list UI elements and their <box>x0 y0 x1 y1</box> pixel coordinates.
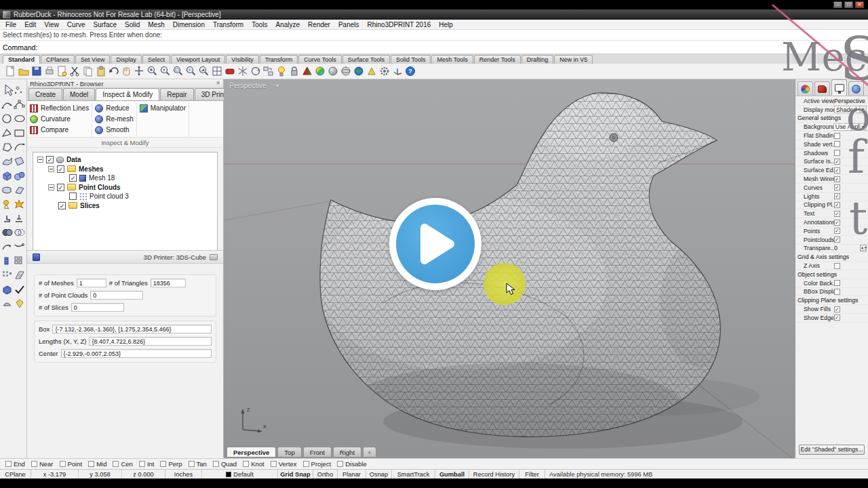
setting-checkbox[interactable]: ✓ <box>834 314 840 321</box>
spheres-icon[interactable] <box>15 172 25 180</box>
display-setting-pointclouds[interactable]: Pointclouds✓ <box>795 236 868 245</box>
menu-analyze[interactable]: Analyze <box>272 20 304 30</box>
reflection-lines-button[interactable]: Reflection Lines <box>30 103 89 113</box>
toolbar-tab-new-in-v5[interactable]: New in V5 <box>554 55 593 64</box>
display-setting-flat-shading[interactable]: Flat Shading <box>795 131 868 140</box>
osnap-point[interactable]: Point <box>60 460 83 468</box>
status-toggle-planar[interactable]: Planar <box>338 470 366 479</box>
rebuild-curve-icon[interactable] <box>3 245 11 249</box>
toolbar-tab-curve-tools[interactable]: Curve Tools <box>298 55 341 64</box>
zoom-selected-icon[interactable] <box>200 67 208 75</box>
paint-icon[interactable] <box>4 201 9 209</box>
display-setting-curves[interactable]: Curves✓ <box>795 184 868 192</box>
viewport-layout-icon[interactable] <box>213 67 221 75</box>
meshes-count-field[interactable]: 1 <box>77 279 106 287</box>
tree-checkbox[interactable]: ✓ <box>57 165 64 173</box>
osnap-project[interactable]: Project <box>303 460 332 468</box>
arc-icon[interactable] <box>15 144 24 150</box>
status-toggle-osnap[interactable]: Osnap <box>366 470 392 479</box>
setting-checkbox[interactable]: ✓ <box>834 184 840 190</box>
copy-icon[interactable] <box>84 67 92 76</box>
lock-icon[interactable] <box>292 67 297 75</box>
osnap-mid[interactable]: Mid <box>88 460 106 468</box>
osnap-checkbox[interactable] <box>88 461 94 467</box>
menu-rhino3dprint-2016[interactable]: Rhino3DPRINT 2016 <box>363 20 435 30</box>
menu-solid[interactable]: Solid <box>121 20 144 30</box>
osnap-checkbox[interactable] <box>271 461 277 467</box>
help-icon[interactable]: ? <box>406 67 415 76</box>
status-toggle-filter[interactable]: Filter <box>519 470 545 479</box>
tree-row-meshes[interactable]: ✓Meshes <box>33 165 217 174</box>
setting-checkbox[interactable]: ✓ <box>834 211 840 217</box>
explode-icon[interactable] <box>15 200 24 208</box>
hide-object-icon[interactable] <box>226 69 234 74</box>
browser-tab-create[interactable]: Create <box>28 88 62 100</box>
gumball-icon[interactable] <box>394 68 401 75</box>
panel-close-icon[interactable]: ✕ <box>216 80 220 87</box>
setting-checkbox[interactable] <box>834 141 840 147</box>
new-file-icon[interactable] <box>7 66 14 76</box>
flag-icon[interactable] <box>368 68 375 75</box>
menu-surface[interactable]: Surface <box>90 20 121 30</box>
toolbar-tab-set-view[interactable]: Set View <box>75 55 110 64</box>
osnap-int[interactable]: Int <box>139 460 155 468</box>
menu-mesh[interactable]: Mesh <box>144 20 168 30</box>
pointclouds-count-field[interactable]: 0 <box>90 291 143 300</box>
status-cplane[interactable]: CPlane <box>0 470 31 479</box>
display-setting-transpare[interactable]: Transpare...0▲▼ <box>795 245 868 253</box>
grid-boxes-icon[interactable] <box>3 271 12 277</box>
display-setting-lights[interactable]: Lights✓ <box>795 192 868 201</box>
osnap-checkbox[interactable] <box>139 461 145 467</box>
print-icon[interactable] <box>46 67 53 74</box>
pan-hand-icon[interactable] <box>123 68 130 75</box>
polyline-icon[interactable] <box>3 129 11 136</box>
viewport-tab-perspective[interactable]: Perspective <box>226 447 276 457</box>
tree-expander-icon[interactable] <box>48 166 54 172</box>
paste-icon[interactable] <box>98 66 104 76</box>
display-setting-surface-is[interactable]: Surface Is...✓ <box>795 158 868 167</box>
spinner-buttons-icon[interactable]: ▲▼ <box>860 245 867 251</box>
smooth-button[interactable]: Smooth <box>95 125 134 135</box>
circle-icon[interactable] <box>3 115 11 123</box>
zoom-window-icon[interactable] <box>174 67 182 75</box>
perspective-viewport[interactable]: Perspective | ▼ <box>224 79 795 458</box>
re-mesh-button[interactable]: Re-mesh <box>95 114 134 124</box>
display-setting-show-fills[interactable]: Show Fills✓ <box>795 305 868 314</box>
osnap-disable[interactable]: Disable <box>337 460 367 468</box>
points-icon[interactable] <box>15 87 22 94</box>
rectangle-icon[interactable] <box>15 130 24 136</box>
browser-tab-model[interactable]: Model <box>63 88 95 100</box>
tree-checkbox[interactable]: ✓ <box>58 202 66 209</box>
browser-tab-inspect-modify[interactable]: Inspect & Modify <box>96 88 159 100</box>
toolbar-tab-render-tools[interactable]: Render Tools <box>474 55 521 64</box>
compare-button[interactable]: Compare <box>30 125 89 135</box>
display-setting-shade-vert[interactable]: Shade vert... <box>795 140 868 149</box>
osnap-checkbox[interactable] <box>303 461 309 467</box>
toolbar-tab-standard[interactable]: Standard <box>3 55 40 64</box>
status-toggle-grid-snap[interactable]: Grid Snap <box>278 470 313 479</box>
extrude-icon[interactable] <box>4 216 9 222</box>
tab-display[interactable] <box>831 79 847 96</box>
render-icon[interactable] <box>303 67 311 75</box>
osnap-cen[interactable]: Cen <box>113 460 132 468</box>
reduce-button[interactable]: Reduce <box>95 103 134 113</box>
osnap-checkbox[interactable] <box>337 461 343 467</box>
printer-settings-icon[interactable] <box>210 254 218 260</box>
display-setting-points[interactable]: Points✓ <box>795 227 868 236</box>
setting-checkbox[interactable]: ✓ <box>834 193 840 199</box>
display-setting-bbox-display[interactable]: BBox Display <box>795 288 868 297</box>
tree-row-mesh-18[interactable]: ✓Mesh 18 <box>33 174 217 183</box>
surface-corner-icon[interactable] <box>15 157 24 165</box>
toolbar-tab-solid-tools[interactable]: Solid Tools <box>391 55 431 64</box>
setting-checkbox[interactable] <box>834 150 840 156</box>
box-field[interactable]: {-7.132,-2.368,-1.360}, {1.275,2.354,5.4… <box>52 325 212 333</box>
array-icon[interactable] <box>15 257 22 264</box>
status-z-0-000[interactable]: z 0.000 <box>122 470 165 479</box>
status-y-3-058[interactable]: y 3.058 <box>79 470 122 479</box>
display-setting-surface-ed[interactable]: Surface Ed...✓ <box>795 166 868 175</box>
menu-view[interactable]: View <box>40 20 63 30</box>
display-setting-display-mode[interactable]: Display modeShaded▼ <box>795 106 868 115</box>
osnap-near[interactable]: Near <box>31 460 54 468</box>
viewport-tab-front[interactable]: Front <box>303 447 332 457</box>
slices-count-field[interactable]: 0 <box>71 303 124 312</box>
